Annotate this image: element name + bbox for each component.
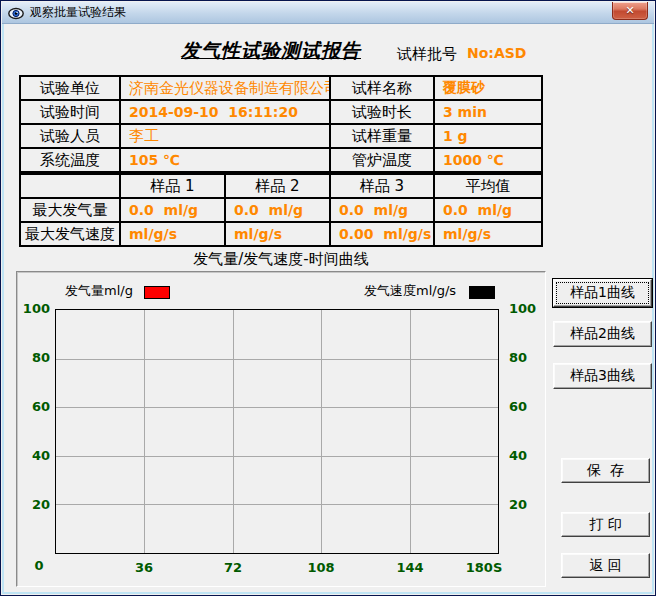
results-cell: ml/g/s	[226, 223, 331, 247]
results-cell: 0.0 ml/g	[331, 199, 435, 223]
info-value: 3 min	[435, 101, 543, 125]
info-value: 1 g	[435, 125, 543, 149]
chart-caption: 发气量/发气速度-时间曲线	[16, 250, 546, 269]
gridline-v	[410, 310, 411, 553]
y-left-tick: 100	[17, 301, 50, 316]
x-tick: 108	[307, 560, 334, 575]
results-header-sample1: 样品 1	[121, 175, 226, 199]
info-value: 覆膜砂	[435, 77, 543, 101]
y-left-tick: 80	[17, 350, 50, 365]
dialog-window: 观察批量试验结果 ✕ 发气性试验测试报告 试样批号 No:ASD 试验单位 济南…	[0, 0, 656, 596]
results-row-label: 最大发气速度	[21, 223, 121, 247]
info-value: 济南金光仪器设备制造有限公司	[121, 77, 331, 101]
y-left-tick: 40	[17, 448, 50, 463]
results-header-sample2: 样品 2	[226, 175, 331, 199]
batch-number-value: No:ASD	[467, 45, 526, 61]
gridline-v	[233, 310, 234, 553]
results-header-average: 平均值	[435, 175, 543, 199]
y-right-tick: 60	[509, 399, 549, 414]
info-table: 试验单位 济南金光仪器设备制造有限公司 试样名称 覆膜砂 试验时间 2014-0…	[19, 75, 543, 173]
info-value: 105 ℃	[121, 149, 331, 173]
y-right-tick: 20	[509, 497, 549, 512]
eye-app-icon	[8, 5, 24, 21]
info-label: 试验时间	[21, 101, 121, 125]
results-cell: 0.00 ml/g/s	[331, 223, 435, 247]
x-tick: 36	[135, 560, 153, 575]
results-cell: 0.0 ml/g	[435, 199, 543, 223]
sample1-curve-button[interactable]: 样品1曲线	[553, 279, 652, 307]
gridline-h	[56, 504, 498, 505]
results-header-sample3: 样品 3	[331, 175, 435, 199]
legend-speed-swatch	[469, 286, 495, 299]
gridline-h	[56, 456, 498, 457]
results-cell: ml/g/s	[435, 223, 543, 247]
sample2-curve-button[interactable]: 样品2曲线	[553, 321, 652, 347]
info-label: 试验时长	[331, 101, 435, 125]
x-tick: 144	[396, 560, 423, 575]
gridline-h	[56, 407, 498, 408]
report-title: 发气性试验测试报告	[181, 38, 361, 64]
results-cell: 0.0 ml/g	[226, 199, 331, 223]
origin-tick: 0	[27, 558, 51, 573]
x-tick: 180S	[466, 560, 503, 575]
y-right-tick: 80	[509, 350, 549, 365]
info-label: 管炉温度	[331, 149, 435, 173]
y-right-tick: 40	[509, 448, 549, 463]
results-cell: 0.0 ml/g	[121, 199, 226, 223]
title-bar[interactable]: 观察批量试验结果	[2, 2, 654, 24]
chart-panel: 发气量ml/g 发气速度ml/g/s 100 80 60 40 20 0 100…	[16, 271, 546, 587]
print-button[interactable]: 打 印	[561, 512, 650, 537]
legend-gas-swatch	[144, 286, 170, 299]
info-label: 系统温度	[21, 149, 121, 173]
window-title: 观察批量试验结果	[30, 4, 126, 21]
y-right-tick: 100	[509, 301, 549, 316]
return-button[interactable]: 返 回	[561, 553, 650, 578]
y-left-tick: 60	[17, 399, 50, 414]
info-label: 试样名称	[331, 77, 435, 101]
info-value: 李工	[121, 125, 331, 149]
results-corner-cell	[21, 175, 121, 199]
gridline-v	[321, 310, 322, 553]
info-label: 试验人员	[21, 125, 121, 149]
results-cell: ml/g/s	[121, 223, 226, 247]
legend-gas-label: 发气量ml/g	[65, 282, 133, 300]
info-label: 试验单位	[21, 77, 121, 101]
results-row-label: 最大发气量	[21, 199, 121, 223]
batch-number-label: 试样批号	[397, 45, 457, 64]
info-label: 试样重量	[331, 125, 435, 149]
sample3-curve-button[interactable]: 样品3曲线	[553, 363, 652, 389]
x-tick: 72	[224, 560, 242, 575]
y-left-tick: 20	[17, 497, 50, 512]
info-value: 1000 ℃	[435, 149, 543, 173]
info-value: 2014-09-10 16:11:20	[121, 101, 331, 125]
gridline-h	[56, 359, 498, 360]
plot-area	[55, 309, 499, 554]
results-table: 样品 1 样品 2 样品 3 平均值 最大发气量 0.0 ml/g 0.0 ml…	[19, 173, 543, 247]
legend-speed-label: 发气速度ml/g/s	[364, 282, 456, 300]
save-button[interactable]: 保 存	[561, 458, 650, 483]
gridline-v	[144, 310, 145, 553]
close-button[interactable]: ✕	[612, 2, 648, 20]
